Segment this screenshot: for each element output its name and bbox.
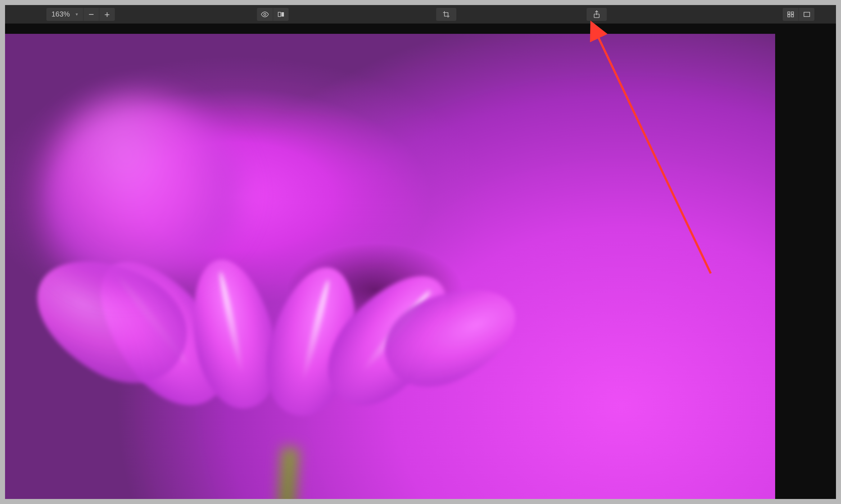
chevron-down-icon: ▾	[76, 12, 78, 17]
single-view-icon	[802, 10, 811, 19]
share-icon	[592, 10, 601, 19]
image-canvas-area[interactable]	[5, 24, 836, 499]
svg-rect-4	[788, 12, 790, 14]
grid-icon	[786, 10, 795, 19]
svg-rect-1	[278, 12, 281, 17]
svg-rect-5	[791, 12, 793, 14]
single-view-button[interactable]	[799, 8, 814, 21]
view-mode-controls	[783, 8, 814, 21]
crop-controls	[436, 8, 456, 21]
zoom-level-dropdown[interactable]: 163% ▾	[46, 8, 83, 21]
zoom-controls: 163% ▾ − +	[46, 8, 115, 21]
crop-icon	[442, 10, 451, 19]
image-content	[5, 34, 775, 499]
minus-icon: −	[89, 10, 94, 19]
grid-view-button[interactable]	[783, 8, 799, 21]
plus-icon: +	[104, 10, 110, 19]
share-button[interactable]	[587, 8, 607, 21]
crop-button[interactable]	[436, 8, 456, 21]
preview-toggle-button[interactable]	[257, 8, 273, 21]
svg-point-0	[264, 13, 266, 15]
share-controls	[587, 8, 607, 21]
preview-controls	[257, 8, 289, 21]
svg-rect-2	[281, 12, 284, 17]
svg-rect-7	[791, 15, 793, 17]
svg-rect-6	[788, 15, 790, 17]
zoom-in-button[interactable]: +	[99, 8, 115, 21]
compare-button[interactable]	[273, 8, 289, 21]
zoom-value: 163%	[51, 10, 70, 18]
app-window: 163% ▾ − +	[5, 5, 836, 499]
top-toolbar: 163% ▾ − +	[5, 5, 836, 24]
zoom-out-button[interactable]: −	[83, 8, 99, 21]
eye-icon	[261, 10, 269, 19]
svg-rect-8	[804, 12, 810, 17]
compare-icon	[277, 10, 285, 19]
